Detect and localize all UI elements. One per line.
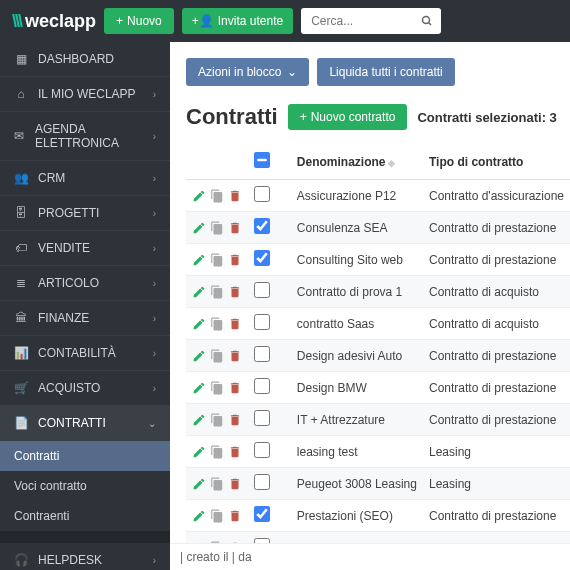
edit-icon[interactable]	[192, 317, 206, 331]
toolbar: Azioni in blocco⌄ Liquida tutti i contra…	[186, 58, 570, 86]
sidebar-item-dashboard[interactable]: ▦DASHBOARD	[0, 42, 170, 77]
nav-label: CONTABILITÀ	[38, 346, 116, 360]
cell-name[interactable]: Design adesivi Auto	[291, 340, 423, 372]
sidebar-item-articolo[interactable]: ≣ARTICOLO›	[0, 266, 170, 301]
table-row: leasing test Leasing	[186, 436, 570, 468]
sidebar-item-vendite[interactable]: 🏷VENDITE›	[0, 231, 170, 266]
copy-icon[interactable]	[210, 221, 224, 235]
delete-icon[interactable]	[228, 445, 242, 459]
select-all-checkbox[interactable]	[254, 152, 270, 168]
row-checkbox[interactable]	[254, 218, 270, 234]
cell-name[interactable]: Assicurazione P12	[291, 180, 423, 212]
copy-icon[interactable]	[210, 317, 224, 331]
row-checkbox[interactable]	[254, 474, 270, 490]
delete-icon[interactable]	[228, 285, 242, 299]
edit-icon[interactable]	[192, 413, 206, 427]
copy-icon[interactable]	[210, 253, 224, 267]
copy-icon[interactable]	[210, 477, 224, 491]
copy-icon[interactable]	[210, 349, 224, 363]
search-input[interactable]	[301, 8, 441, 34]
cell-name[interactable]: Design BMW	[291, 372, 423, 404]
edit-icon[interactable]	[192, 253, 206, 267]
chevron-right-icon: ›	[153, 555, 156, 566]
col-name[interactable]: Denominazione◆	[291, 144, 423, 180]
nav-icon: 🎧	[14, 553, 28, 567]
new-button-label: Nuovo	[127, 14, 162, 28]
col-name-label: Denominazione	[297, 155, 386, 169]
delete-icon[interactable]	[228, 349, 242, 363]
edit-icon[interactable]	[192, 477, 206, 491]
row-checkbox[interactable]	[254, 282, 270, 298]
invite-user-button[interactable]: +👤Invita utente	[182, 8, 293, 34]
cell-type: Contratto di prestazione	[423, 404, 570, 436]
cell-name[interactable]: Consulenza SEA	[291, 212, 423, 244]
row-checkbox[interactable]	[254, 442, 270, 458]
copy-icon[interactable]	[210, 445, 224, 459]
cell-name[interactable]: Consulting Sito web	[291, 244, 423, 276]
row-checkbox[interactable]	[254, 410, 270, 426]
delete-icon[interactable]	[228, 253, 242, 267]
sidebar-subitem-voci-contratto[interactable]: Voci contratto	[0, 471, 170, 501]
nav-icon: ▦	[14, 52, 28, 66]
delete-icon[interactable]	[228, 221, 242, 235]
search-icon[interactable]	[421, 15, 433, 27]
row-checkbox[interactable]	[254, 346, 270, 362]
copy-icon[interactable]	[210, 381, 224, 395]
sidebar-subitem-contraenti[interactable]: Contraenti	[0, 501, 170, 531]
app-header: \\\weclapp +Nuovo +👤Invita utente	[0, 0, 570, 42]
sidebar-item-crm[interactable]: 👥CRM›	[0, 161, 170, 196]
edit-icon[interactable]	[192, 221, 206, 235]
copy-icon[interactable]	[210, 413, 224, 427]
copy-icon[interactable]	[210, 285, 224, 299]
row-checkbox[interactable]	[254, 314, 270, 330]
sidebar-item-contabilità[interactable]: 📊CONTABILITÀ›	[0, 336, 170, 371]
edit-icon[interactable]	[192, 189, 206, 203]
copy-icon[interactable]	[210, 509, 224, 523]
sidebar-item-acquisto[interactable]: 🛒ACQUISTO›	[0, 371, 170, 406]
bulk-actions-button[interactable]: Azioni in blocco⌄	[186, 58, 309, 86]
nav-label: AGENDA ELETTRONICA	[35, 122, 143, 150]
user-plus-icon: +👤	[192, 14, 214, 28]
edit-icon[interactable]	[192, 445, 206, 459]
bulk-actions-label: Azioni in blocco	[198, 65, 281, 79]
delete-icon[interactable]	[228, 381, 242, 395]
edit-icon[interactable]	[192, 349, 206, 363]
row-checkbox[interactable]	[254, 506, 270, 522]
footer-created-label: creato il	[186, 550, 228, 564]
cell-name[interactable]: Contratto di prova 1	[291, 276, 423, 308]
col-type[interactable]: Tipo di contratto	[423, 144, 570, 180]
sidebar-item-progetti[interactable]: 🗄PROGETTI›	[0, 196, 170, 231]
edit-icon[interactable]	[192, 381, 206, 395]
delete-icon[interactable]	[228, 189, 242, 203]
cell-name[interactable]: Prestazioni (SEO)	[291, 500, 423, 532]
cell-name[interactable]: Peugeot 3008 Leasing	[291, 468, 423, 500]
cell-name[interactable]: leasing test	[291, 436, 423, 468]
edit-icon[interactable]	[192, 509, 206, 523]
search-wrap	[301, 8, 441, 34]
nav-icon: 🏷	[14, 241, 28, 255]
delete-icon[interactable]	[228, 413, 242, 427]
sidebar-subitem-contratti[interactable]: Contratti	[0, 441, 170, 471]
table-row: Design adesivi Auto Contratto di prestaz…	[186, 340, 570, 372]
edit-icon[interactable]	[192, 285, 206, 299]
sidebar-nav: ▦DASHBOARD⌂IL MIO WECLAPP›✉AGENDA ELETTR…	[0, 42, 170, 570]
cell-name[interactable]: contratto Saas	[291, 308, 423, 340]
sidebar-item-contratti[interactable]: 📄CONTRATTI⌄	[0, 406, 170, 441]
row-checkbox[interactable]	[254, 378, 270, 394]
sidebar-item-agenda-elettronica[interactable]: ✉AGENDA ELETTRONICA›	[0, 112, 170, 161]
row-checkbox[interactable]	[254, 186, 270, 202]
delete-icon[interactable]	[228, 509, 242, 523]
sidebar-item-finanze[interactable]: 🏛FINANZE›	[0, 301, 170, 336]
copy-icon[interactable]	[210, 189, 224, 203]
sidebar-item-helpdesk[interactable]: 🎧HELPDESK›	[0, 543, 170, 570]
liquidate-all-button[interactable]: Liquida tutti i contratti	[317, 58, 454, 86]
selection-count: Contratti selezionati: 3	[417, 110, 556, 125]
chevron-right-icon: ›	[153, 173, 156, 184]
delete-icon[interactable]	[228, 477, 242, 491]
delete-icon[interactable]	[228, 317, 242, 331]
cell-name[interactable]: IT + Attrezzature	[291, 404, 423, 436]
new-contract-button[interactable]: +Nuovo contratto	[288, 104, 408, 130]
sidebar-item-il-mio-weclapp[interactable]: ⌂IL MIO WECLAPP›	[0, 77, 170, 112]
row-checkbox[interactable]	[254, 250, 270, 266]
new-button[interactable]: +Nuovo	[104, 8, 174, 34]
